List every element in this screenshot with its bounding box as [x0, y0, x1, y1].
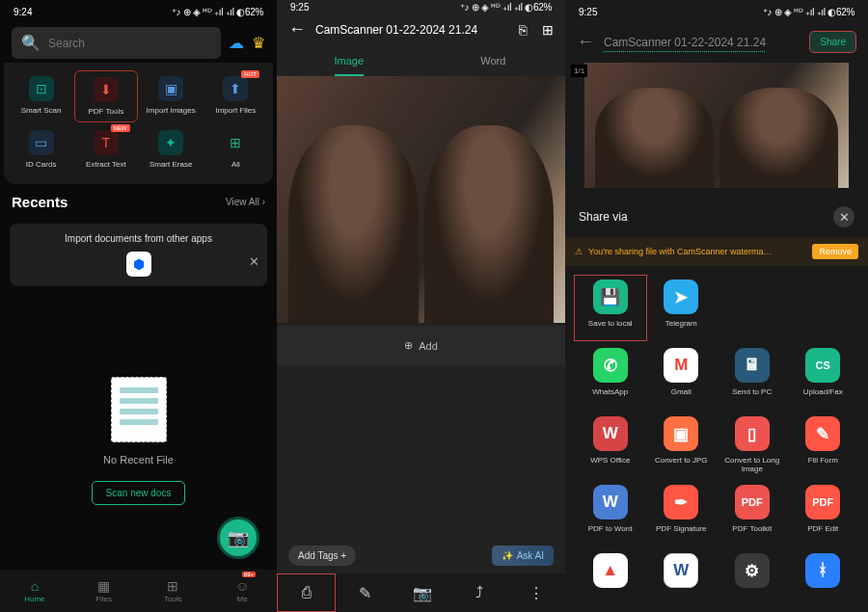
grid-icon[interactable]: ⊞: [542, 22, 554, 38]
tabs: Image Word: [277, 45, 565, 76]
back-icon[interactable]: ←: [577, 32, 594, 52]
app-label: PDF to Word: [588, 524, 633, 542]
add-tags-button[interactable]: Add Tags +: [288, 545, 356, 566]
app-label: PDF Edit: [807, 524, 838, 542]
doc-title[interactable]: CamScanner 01-22-2024 21.24: [315, 23, 509, 37]
app-icon: M: [664, 348, 698, 383]
app-icon: 💾: [593, 279, 628, 314]
empty-doc-icon: [111, 377, 167, 442]
share-app[interactable]: W: [648, 553, 716, 610]
share-pdf-toolkit[interactable]: PDF PDF Toolkit: [719, 485, 786, 542]
search-input[interactable]: [48, 37, 211, 50]
app-label: Send to PC: [732, 387, 772, 405]
tab-image[interactable]: Image: [277, 45, 421, 76]
tool-icon: T: [94, 130, 119, 155]
share-button[interactable]: Share: [809, 31, 856, 53]
share-app[interactable]: ▲: [577, 553, 644, 610]
status-icons: ⁺♪ ⊕ ◈ ᴴᴰ ₊ıl ₊ıl ◐62%: [460, 2, 552, 13]
status-icons: ⁺♪ ⊕ ◈ ᴴᴰ ₊ıl ₊ıl ◐62%: [763, 7, 854, 17]
nav-files[interactable]: ▦ Files: [69, 570, 139, 612]
share-app[interactable]: ⚙: [719, 553, 786, 610]
tool-icon: ▣: [158, 76, 183, 101]
share-gmail[interactable]: M Gmail: [648, 348, 716, 405]
badge: HOT: [241, 70, 259, 78]
share-whatsapp[interactable]: ✆ WhatsApp: [577, 348, 644, 405]
close-icon[interactable]: ✕: [249, 254, 259, 269]
share-send-to-pc[interactable]: 🖥 Send to PC: [719, 348, 786, 405]
app-label: Upload/Fax: [803, 387, 843, 405]
tool-pdf-tools[interactable]: ⬇ PDF Tools: [74, 70, 137, 122]
doc-title[interactable]: CamScanner 01-22-2024 21.24: [604, 36, 800, 49]
share-convert-to-jpg[interactable]: ▣ Convert to JPG: [648, 416, 716, 473]
view-all-link[interactable]: View All ›: [226, 197, 265, 207]
share-wps-office[interactable]: W WPS Office: [577, 416, 644, 473]
share-pdf-signature[interactable]: ✒ PDF Signature: [648, 485, 716, 542]
photo-preview[interactable]: 1/1: [584, 63, 849, 188]
edit-button[interactable]: ✎: [336, 573, 393, 612]
more-button[interactable]: ⋮: [508, 573, 565, 612]
share-upload-fax[interactable]: CS Upload/Fax: [790, 348, 857, 405]
tool-label: Extract Text: [86, 160, 126, 169]
sheet-title: Share via: [579, 210, 628, 224]
share-button[interactable]: ⤴: [450, 573, 507, 612]
rename-icon[interactable]: ⎘: [519, 22, 527, 38]
camera-button[interactable]: 📷: [393, 573, 450, 612]
import-banner[interactable]: Import documents from other apps ⬢ ✕: [10, 224, 267, 286]
scan-new-docs-button[interactable]: Scan new docs: [92, 481, 186, 505]
app-label: Convert to Long Image: [719, 456, 786, 473]
share-pdf-edit[interactable]: PDF PDF Edit: [790, 485, 857, 542]
app-label: PDF Toolkit: [732, 524, 772, 542]
search-box[interactable]: 🔍: [12, 27, 221, 59]
recents-header: Recents View All ›: [0, 184, 277, 220]
tool-icon: ⊞: [223, 130, 248, 155]
app-icon: W: [593, 485, 628, 519]
tool-smart-scan[interactable]: ⊡ Smart Scan: [10, 70, 72, 122]
crown-icon[interactable]: ♛: [252, 34, 265, 52]
nav-label: Me: [237, 595, 248, 603]
nav-me[interactable]: ☺ Me 99+: [207, 570, 277, 612]
cloud-icon[interactable]: ☁: [229, 34, 244, 52]
share-pdf-to-word[interactable]: W PDF to Word: [577, 485, 644, 542]
app-label: Fill Form: [808, 456, 838, 473]
share-grid: 💾 Save to local➤ Telegram✆ WhatsAppM Gma…: [565, 266, 868, 612]
tool-import-images[interactable]: ▣ Import Images: [140, 70, 203, 122]
tool-smart-erase[interactable]: ✦ Smart Erase: [140, 124, 203, 174]
tool-all[interactable]: ⊞ All: [204, 124, 267, 174]
app-label: WhatsApp: [592, 387, 628, 405]
nav-home[interactable]: ⌂ Home: [0, 570, 69, 612]
share-fill-form[interactable]: ✎ Fill Form: [790, 416, 857, 473]
warning-text: You're sharing file with CamScanner wate…: [588, 247, 806, 256]
close-icon[interactable]: ✕: [833, 206, 854, 227]
camera-fab[interactable]: 📷: [217, 517, 259, 559]
sheet-header: Share via ✕: [565, 197, 868, 237]
nav-icon: ▦: [97, 578, 110, 594]
back-icon[interactable]: ←: [288, 19, 306, 40]
nav-icon: ⊞: [167, 578, 178, 594]
share-telegram[interactable]: ➤ Telegram: [648, 279, 716, 336]
search-icon: 🔍: [21, 34, 41, 52]
remove-watermark-button[interactable]: Remove: [812, 244, 858, 259]
tool-extract-text[interactable]: T Extract Text NEW: [74, 124, 137, 174]
tool-icon: ▭: [29, 130, 54, 155]
tool-import-files[interactable]: ⬆ Import Files HOT: [204, 70, 267, 122]
bottom-nav: ⌂ Home ▦ Files ⊞ Tools ☺ Me 99+: [0, 570, 277, 612]
ask-ai-button[interactable]: ✨ Ask AI: [492, 545, 554, 566]
app-label: PDF Signature: [656, 524, 706, 542]
nav-label: Files: [95, 595, 112, 603]
nav-tools[interactable]: ⊞ Tools: [139, 570, 208, 612]
app-icon: PDF: [735, 485, 770, 519]
share-convert-to-long-image[interactable]: ▯ Convert to Long Image: [719, 416, 786, 473]
nav-icon: ☺: [235, 578, 249, 594]
tool-id-cards[interactable]: ▭ ID Cards: [10, 124, 72, 174]
share-app[interactable]: ᚼ: [790, 553, 857, 610]
nav-icon: ⌂: [31, 578, 39, 594]
pdf-export-button[interactable]: ⎙: [277, 573, 336, 612]
tab-word[interactable]: Word: [421, 45, 566, 76]
app-icon: CS: [805, 348, 840, 383]
app-label: Gmail: [671, 387, 692, 405]
dropbox-icon[interactable]: ⬢: [126, 252, 151, 277]
share-save-to-local[interactable]: 💾 Save to local: [575, 276, 646, 340]
scanned-photo[interactable]: [277, 76, 565, 323]
app-label: WPS Office: [590, 456, 630, 473]
add-page-button[interactable]: ⊕ Add: [277, 326, 565, 365]
